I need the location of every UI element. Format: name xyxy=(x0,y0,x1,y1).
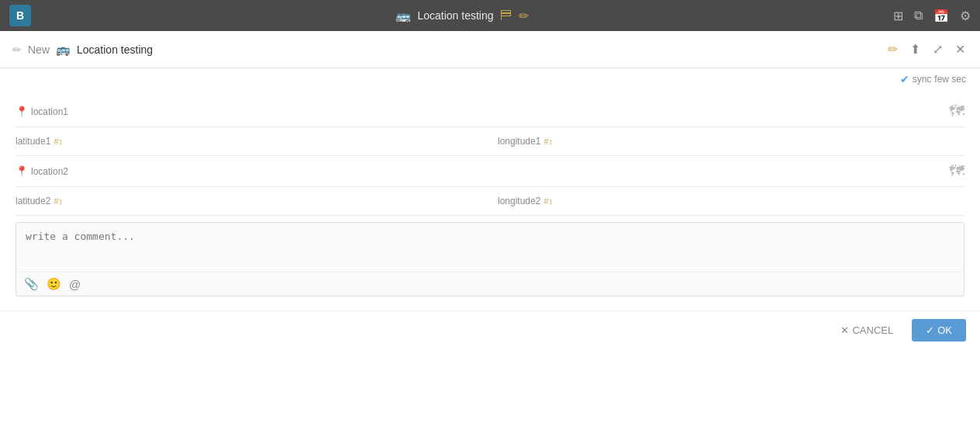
attach-button[interactable]: 📎 xyxy=(24,277,39,291)
sync-check-icon: ✔ xyxy=(900,73,909,85)
calendar-icon[interactable]: 📅 xyxy=(933,9,949,23)
top-bar-left: B xyxy=(9,5,31,26)
latitude1-col: latitude1 #↕ xyxy=(16,133,482,149)
location2-row: 📍 location2 🗺 xyxy=(16,156,964,187)
location1-map-button[interactable]: 🗺 xyxy=(949,102,964,120)
header-close-button[interactable]: ✕ xyxy=(953,40,968,59)
longitude1-hash-icon: #↕ xyxy=(543,137,553,146)
app-logo-icon: B xyxy=(16,9,24,22)
secondary-header-left: ✏ New 🚌 Location testing xyxy=(12,43,153,57)
ok-icon: ✓ xyxy=(926,324,934,336)
location2-pin-icon: 📍 xyxy=(16,165,28,177)
location1-input[interactable] xyxy=(84,104,943,120)
sync-bar: ✔ sync few sec xyxy=(0,68,980,88)
location2-map-button[interactable]: 🗺 xyxy=(949,162,964,180)
location1-pin-icon: 📍 xyxy=(16,106,28,117)
longitude1-input[interactable] xyxy=(564,133,964,149)
top-bar-title: Location testing xyxy=(417,9,493,22)
cancel-button[interactable]: ✕ CANCEL xyxy=(830,319,904,342)
ok-button[interactable]: ✓ OK xyxy=(912,319,966,342)
lat-lon-2-row: latitude2 #↕ longitude2 #↕ xyxy=(16,187,964,216)
grid-icon[interactable]: ⊞ xyxy=(893,9,903,23)
top-bar-right: ⊞ ⧉ 📅 ⚙ xyxy=(893,9,971,23)
window-icon[interactable]: ⧉ xyxy=(914,9,923,23)
title-icon: 🚌 xyxy=(395,9,411,23)
longitude2-input[interactable] xyxy=(564,193,964,209)
filter-icon[interactable]: ⛿ xyxy=(500,9,512,23)
secondary-header-right: ✏ ⬆ ⤢ ✕ xyxy=(885,40,968,59)
location1-label: 📍 location1 xyxy=(16,106,78,117)
comment-input[interactable] xyxy=(16,223,964,269)
ok-label: OK xyxy=(937,324,952,336)
comment-toolbar: 📎 🙂 @ xyxy=(16,272,964,296)
form-area: 📍 location1 🗺 latitude1 #↕ longitude1 #↕ xyxy=(0,88,980,310)
cancel-icon: ✕ xyxy=(840,324,849,336)
location1-row: 📍 location1 🗺 xyxy=(16,96,964,127)
longitude2-hash-icon: #↕ xyxy=(543,196,553,206)
latitude2-hash-icon: #↕ xyxy=(53,196,63,206)
latitude2-label: latitude2 #↕ xyxy=(16,196,78,206)
sync-time: few sec xyxy=(934,74,966,85)
comment-area: 📎 🙂 @ xyxy=(16,222,964,296)
lat-lon-1-row: latitude1 #↕ longitude1 #↕ xyxy=(16,127,964,156)
longitude2-label: longitude2 #↕ xyxy=(498,196,560,206)
cancel-label: CANCEL xyxy=(852,324,893,336)
emoji-button[interactable]: 🙂 xyxy=(47,277,61,291)
footer: ✕ CANCEL ✓ OK xyxy=(0,310,980,349)
secondary-header: ✏ New 🚌 Location testing ✏ ⬆ ⤢ ✕ xyxy=(0,31,980,68)
content-area: ✏ New 🚌 Location testing ✏ ⬆ ⤢ ✕ ✔ sync … xyxy=(0,31,980,423)
latitude1-hash-icon: #↕ xyxy=(53,137,63,146)
header-edit-button[interactable]: ✏ xyxy=(885,40,900,59)
location2-input[interactable] xyxy=(84,164,943,179)
settings-icon[interactable]: ⚙ xyxy=(960,9,971,23)
sync-label: sync xyxy=(913,74,932,85)
new-edit-icon: ✏ xyxy=(12,43,22,56)
header-expand-button[interactable]: ⤢ xyxy=(930,40,945,59)
top-bar: B 🚌 Location testing ⛿ ✏ ⊞ ⧉ 📅 ⚙ xyxy=(0,0,980,31)
breadcrumb-label: Location testing xyxy=(77,43,153,56)
latitude1-input[interactable] xyxy=(82,133,482,149)
mention-button[interactable]: @ xyxy=(69,277,81,291)
header-share-button[interactable]: ⬆ xyxy=(908,40,923,59)
edit-icon[interactable]: ✏ xyxy=(519,9,529,23)
longitude1-col: longitude1 #↕ xyxy=(498,133,964,149)
latitude1-label: latitude1 #↕ xyxy=(16,136,78,147)
latitude2-col: latitude2 #↕ xyxy=(16,193,482,209)
breadcrumb-icon: 🚌 xyxy=(56,43,71,57)
longitude1-label: longitude1 #↕ xyxy=(498,136,560,147)
latitude2-input[interactable] xyxy=(82,193,482,209)
app-logo: B xyxy=(9,5,31,26)
location2-label: 📍 location2 xyxy=(16,165,78,177)
top-bar-center: 🚌 Location testing ⛿ ✏ xyxy=(395,9,528,23)
longitude2-col: longitude2 #↕ xyxy=(498,193,964,209)
new-label: New xyxy=(28,43,50,56)
